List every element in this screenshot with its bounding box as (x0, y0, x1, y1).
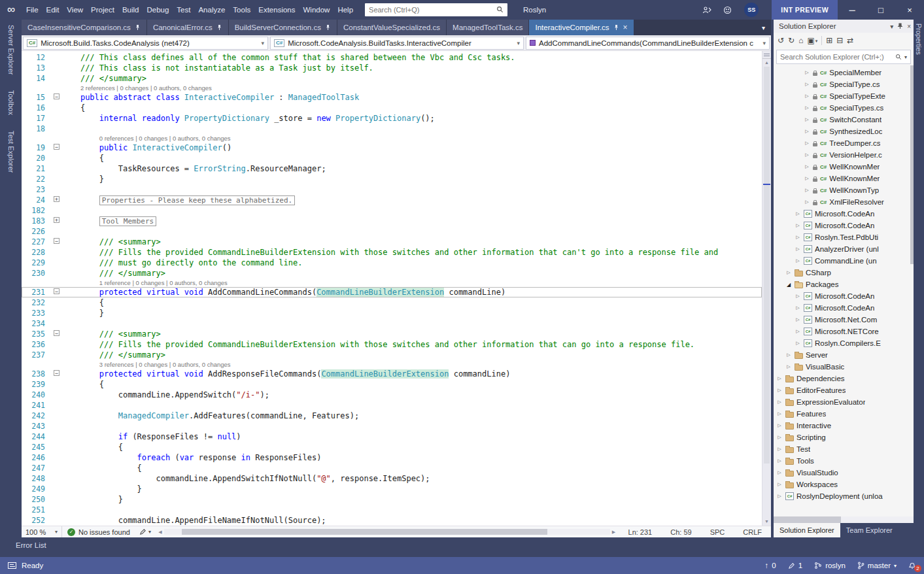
codelens-row[interactable]: 2 references | 0 changes | 0 authors, 0 … (22, 84, 762, 92)
tree-item[interactable]: ▷C#CommandLine (un (774, 255, 914, 267)
fold-toggle-icon[interactable]: − (52, 369, 61, 379)
tree-hscroll-thumb[interactable] (774, 516, 841, 523)
expander-collapsed-icon[interactable]: ▷ (776, 399, 783, 405)
code-line[interactable]: 16 { (22, 103, 762, 113)
tree-item[interactable]: ▷C#Microsoft.CodeAn (774, 290, 914, 302)
code-line[interactable]: 245 { (22, 442, 762, 452)
live-share-icon[interactable] (702, 6, 711, 14)
editor-vertical-scrollbar[interactable]: ▲ ▼ (762, 51, 771, 526)
expander-collapsed-icon[interactable]: ▷ (804, 199, 810, 205)
tree-item[interactable]: ▷Scripting (774, 431, 914, 443)
menu-debug[interactable]: Debug (143, 0, 173, 20)
expander-collapsed-icon[interactable]: ▷ (795, 294, 801, 299)
code-line[interactable]: 20 { (22, 153, 762, 163)
solution-tree[interactable]: ▷C#SpecialMember▷C#SpecialType.cs▷C#Spec… (774, 65, 914, 516)
tab-CaseInsensitiveComparison.cs[interactable]: CaseInsensitiveComparison.cs (22, 20, 146, 35)
code-line[interactable]: 183+Tool Members (22, 216, 762, 226)
tree-item[interactable]: ▷C#Roslyn.Test.PdbUti (774, 231, 914, 243)
fold-toggle-icon[interactable]: − (52, 287, 61, 297)
scroll-up-icon[interactable]: ▲ (762, 59, 771, 67)
menu-build[interactable]: Build (118, 0, 143, 20)
pin-icon[interactable] (897, 23, 903, 29)
code-line[interactable]: 18 (22, 124, 762, 134)
code-line[interactable]: 228 /// Fills the provided CommandLineBu… (22, 247, 762, 258)
tree-item[interactable]: ▷C#XmlFileResolver (774, 196, 914, 208)
tree-horizontal-scrollbar[interactable] (774, 516, 914, 523)
vs-logo-icon[interactable]: ∞ (0, 3, 22, 16)
code-line[interactable]: 226 (22, 226, 762, 237)
code-line[interactable]: 229 /// must go directly onto the comman… (22, 258, 762, 268)
tree-item[interactable]: ▷C#Microsoft.CodeAn (774, 302, 914, 314)
maximize-button[interactable]: □ (866, 0, 895, 20)
menu-view[interactable]: View (63, 0, 87, 20)
tree-item[interactable]: ▷C#TreeDumper.cs (774, 137, 914, 149)
code-line[interactable]: 236 /// Fills the provided CommandLineBu… (22, 339, 762, 350)
code-lines[interactable]: 12 /// This class defines all of the com… (22, 51, 762, 526)
code-line[interactable]: 227− /// <summary> (22, 237, 762, 247)
code-line[interactable]: 15− public abstract class InteractiveCom… (22, 92, 762, 103)
tree-item[interactable]: ▷C#SpecialMember (774, 67, 914, 78)
expander-collapsed-icon[interactable]: ▷ (776, 482, 783, 487)
code-line[interactable]: 182 (22, 205, 762, 216)
forward-icon[interactable]: ↻ (788, 37, 795, 44)
expander-collapsed-icon[interactable]: ▷ (785, 270, 792, 275)
tree-item[interactable]: ▷EditorFeatures (774, 384, 914, 396)
expander-collapsed-icon[interactable]: ▷ (776, 435, 783, 440)
account-avatar[interactable]: SS (744, 3, 759, 17)
expander-collapsed-icon[interactable]: ▷ (795, 223, 801, 228)
scroll-thumb[interactable] (764, 67, 770, 464)
expander-collapsed-icon[interactable]: ▷ (795, 329, 801, 334)
expander-collapsed-icon[interactable]: ▷ (804, 152, 810, 158)
expander-collapsed-icon[interactable]: ▷ (776, 423, 783, 428)
tree-scroll-thumb[interactable] (910, 65, 914, 264)
expander-collapsed-icon[interactable]: ▷ (804, 188, 810, 193)
expander-collapsed-icon[interactable]: ▷ (776, 388, 783, 393)
code-line[interactable]: 232 { (22, 297, 762, 308)
scroll-track[interactable] (762, 67, 771, 518)
tree-item[interactable]: ◢Packages (774, 279, 914, 290)
tree-item[interactable]: ▷Features (774, 408, 914, 420)
code-line[interactable]: 250 } (22, 494, 762, 505)
home-icon[interactable]: ⌂ (798, 37, 803, 44)
tree-item[interactable]: ▷Server (774, 349, 914, 361)
expander-collapsed-icon[interactable]: ▷ (795, 246, 801, 252)
menu-edit[interactable]: Edit (43, 0, 63, 20)
expander-collapsed-icon[interactable]: ▷ (795, 317, 801, 322)
code-line[interactable]: 22 } (22, 174, 762, 184)
hscroll-track[interactable] (164, 529, 610, 535)
code-line[interactable]: 234 (22, 318, 762, 329)
expander-collapsed-icon[interactable]: ▷ (795, 341, 801, 346)
minimize-button[interactable]: ─ (838, 0, 866, 20)
type-dropdown[interactable]: C# Microsoft.CodeAnalysis.BuildTasks.Int… (270, 37, 524, 50)
back-icon[interactable]: ↺ (778, 37, 784, 44)
panel-tab-solution-explorer[interactable]: Solution Explorer (774, 523, 840, 537)
pin-icon[interactable] (135, 24, 141, 31)
notifications-bell[interactable]: 2 (908, 562, 916, 569)
project-dropdown[interactable]: C# Microsoft.Build.Tasks.CodeAnalysis (n… (23, 37, 268, 50)
branch-indicator[interactable]: master ▾ (857, 562, 897, 569)
code-editor[interactable]: 12 /// This class defines all of the com… (22, 51, 771, 526)
code-line[interactable]: 13 /// This class is not instantiatable … (22, 63, 762, 73)
code-line[interactable]: 241 (22, 400, 762, 411)
tree-item[interactable]: ▷C#WellKnownMer (774, 173, 914, 184)
expander-collapsed-icon[interactable]: ▷ (804, 129, 810, 134)
tree-item[interactable]: ▷C#Microsoft.CodeAn (774, 208, 914, 220)
pending-edits[interactable]: 1 (788, 562, 802, 569)
tree-item[interactable]: ▷C#WellKnownMer (774, 161, 914, 173)
fold-toggle-icon[interactable]: − (52, 92, 61, 103)
code-line[interactable]: 23 (22, 184, 762, 195)
expander-expanded-icon[interactable]: ◢ (785, 282, 792, 288)
code-line[interactable]: 246 foreach (var response in ResponseFil… (22, 452, 762, 463)
repo-indicator[interactable]: roslyn (814, 562, 846, 569)
codelens-row[interactable]: 1 reference | 0 changes | 0 authors, 0 c… (22, 279, 762, 287)
code-line[interactable]: 248 commandLine.AppendSwitchIfNotNull("@… (22, 473, 762, 484)
code-line[interactable]: 249 } (22, 484, 762, 494)
side-tab-toolbox[interactable]: Toolbox (7, 90, 15, 115)
tree-item[interactable]: ▷C#SpecialTypes.cs (774, 102, 914, 114)
tree-item[interactable]: ▷C#WellKnownTyp (774, 184, 914, 196)
expander-collapsed-icon[interactable]: ▷ (776, 376, 783, 381)
code-line[interactable]: 238− protected virtual void AddResponseF… (22, 369, 762, 379)
solution-search-input[interactable]: Search Solution Explorer (Ctrl+;) ▾ (776, 50, 911, 64)
codelens-row[interactable]: 0 references | 0 changes | 0 authors, 0 … (22, 134, 762, 143)
expander-collapsed-icon[interactable]: ▷ (804, 141, 810, 146)
